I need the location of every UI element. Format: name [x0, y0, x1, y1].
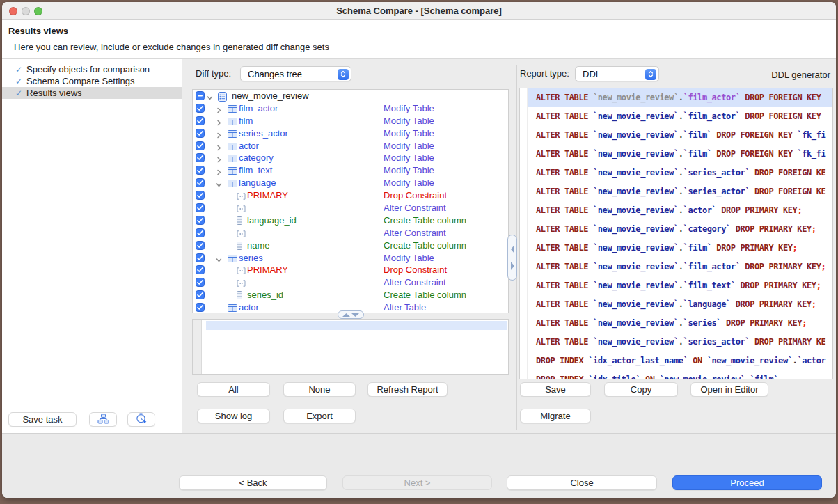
chevron-right-icon[interactable]	[216, 105, 222, 116]
checkbox-checked[interactable]	[196, 116, 205, 125]
checkbox-checked[interactable]	[196, 278, 205, 287]
tree-row-name[interactable]: nameCreate Table column	[193, 239, 508, 252]
sidebar-step-schema-compare-settings[interactable]: ✓Schema Compare Settings	[2, 75, 182, 87]
sidebar-step-specify-objects-for-comparison[interactable]: ✓Specify objects for comparison	[2, 63, 182, 75]
tree-row-constraint[interactable]: Alter Constraint	[193, 276, 508, 289]
ddl-line: ALTER TABLE `new_movie_review`.`actor` D…	[520, 201, 832, 220]
checkbox-checked[interactable]	[196, 191, 205, 200]
tree-row-series-id[interactable]: series_idCreate Table column	[193, 289, 508, 301]
ddl-script-viewer[interactable]: ALTER TABLE `new_movie_review`.`film_act…	[519, 88, 833, 379]
checkbox-checked[interactable]	[196, 241, 205, 250]
report-type-select[interactable]: DDL	[575, 66, 659, 81]
tree-row-series[interactable]: seriesModify Table	[193, 252, 508, 265]
save-task-button[interactable]: Save task	[8, 412, 77, 427]
horizontal-splitter-handle[interactable]	[338, 310, 364, 319]
tree-node-action: Create Table column	[384, 239, 466, 252]
page-title: Results views	[8, 26, 68, 36]
none-button[interactable]: None	[283, 382, 356, 397]
tree-row-constraint[interactable]: Alter Constraint	[193, 202, 508, 214]
tree-node-label: actor	[239, 301, 259, 313]
proceed-button[interactable]: Proceed	[672, 475, 822, 490]
save-button[interactable]: Save	[520, 382, 591, 397]
tree-row-new-movie-review[interactable]: new_movie_review	[193, 90, 508, 102]
chevron-right-icon[interactable]	[216, 118, 222, 128]
chevron-right-icon[interactable]	[216, 130, 222, 141]
tree-row-film-actor[interactable]: film_actorModify Table	[193, 102, 508, 115]
checkbox-checked[interactable]	[196, 178, 205, 187]
checkbox-checked[interactable]	[196, 290, 205, 299]
wizard-footer: < BackNext >CloseProceed	[2, 433, 836, 498]
chevron-right-icon[interactable]	[216, 143, 222, 153]
all-button[interactable]: All	[197, 382, 270, 397]
export-button[interactable]: Export	[283, 409, 356, 423]
stepper-arrows-icon	[338, 69, 349, 80]
ddl-line: ALTER TABLE `new_movie_review`.`series_a…	[520, 182, 832, 201]
tree-node-action: Create Table column	[384, 289, 466, 301]
tree-node-label: series_actor	[239, 127, 288, 140]
tree-row-category[interactable]: categoryModify Table	[193, 152, 508, 164]
checkbox-checked[interactable]	[196, 265, 205, 274]
tree-node-action: Modify Table	[384, 115, 434, 127]
checkbox-checked[interactable]	[196, 166, 205, 175]
checkbox-checked[interactable]	[196, 303, 205, 312]
report-type-label: Report type:	[520, 68, 569, 79]
column-icon	[237, 216, 242, 227]
diff-changes-tree[interactable]: new_movie_reviewfilm_actorModify Tablefi…	[192, 89, 509, 313]
tree-row-primary[interactable]: PRIMARYDrop Constraint	[193, 189, 508, 202]
tree-row-constraint[interactable]: Alter Constraint	[193, 227, 508, 239]
schedule-task-button[interactable]	[127, 412, 155, 427]
show-log-button[interactable]: Show log	[197, 409, 270, 423]
table-icon	[228, 304, 237, 313]
vertical-splitter-handle[interactable]	[507, 235, 517, 281]
copy-button[interactable]: Copy	[604, 382, 678, 397]
refresh-report-button[interactable]: Refresh Report	[367, 382, 448, 397]
checkbox-checked[interactable]	[196, 141, 205, 150]
migrate-button[interactable]: Migrate	[520, 409, 591, 423]
open-in-editor-button[interactable]: Open in Editor	[690, 382, 768, 397]
tree-node-action: Modify Table	[384, 127, 434, 140]
task-structure-button[interactable]	[89, 412, 117, 427]
constraint-icon	[237, 204, 246, 214]
checkbox-checked[interactable]	[196, 228, 205, 237]
tree-row-actor[interactable]: actorModify Table	[193, 140, 508, 152]
diff-type-select[interactable]: Changes tree	[240, 66, 351, 81]
chevron-down-icon[interactable]	[216, 180, 222, 190]
wizard-header: Results views Here you can review, inclu…	[2, 20, 836, 59]
sidebar-step-label: Schema Compare Settings	[26, 76, 134, 86]
checkbox-checked[interactable]	[196, 153, 205, 162]
checkbox-mixed[interactable]	[196, 91, 205, 100]
wizard-steps-sidebar: ✓Specify objects for comparison✓Schema C…	[2, 59, 182, 433]
chevron-right-icon[interactable]	[216, 167, 222, 178]
tree-node-label: new_movie_review	[232, 90, 309, 102]
ddl-line: ALTER TABLE `new_movie_review`.`category…	[520, 220, 832, 239]
chevron-right-icon[interactable]	[216, 155, 222, 165]
checkbox-checked[interactable]	[196, 129, 205, 138]
table-icon	[228, 154, 237, 164]
ddl-gutter-line	[527, 88, 528, 379]
close-button[interactable]: Close	[507, 475, 657, 490]
title-bar: Schema Compare - [Schema compare]	[2, 2, 836, 20]
tree-node-action: Drop Constraint	[384, 264, 447, 276]
ddl-line: ALTER TABLE `new_movie_review`.`series_a…	[520, 164, 832, 182]
ddl-line: ALTER TABLE `new_movie_review`.`film_tex…	[520, 276, 832, 295]
checkbox-checked[interactable]	[196, 253, 205, 262]
tree-node-label: series_id	[247, 289, 283, 301]
tree-node-action: Create Table column	[384, 214, 466, 227]
checkbox-checked[interactable]	[196, 216, 205, 225]
ddl-line: ALTER TABLE `new_movie_review`.`series` …	[520, 314, 832, 333]
sitemap-icon	[97, 414, 109, 426]
change-detail-editor[interactable]	[192, 319, 509, 375]
tree-row-series-actor[interactable]: series_actorModify Table	[193, 127, 508, 140]
back-button[interactable]: < Back	[179, 475, 327, 490]
sidebar-step-results-views[interactable]: ✓Results views	[2, 87, 182, 99]
checkbox-checked[interactable]	[196, 104, 205, 113]
tree-row-film[interactable]: filmModify Table	[193, 115, 508, 127]
chevron-down-icon[interactable]	[207, 93, 213, 103]
sidebar-step-label: Specify objects for comparison	[26, 64, 150, 74]
tree-row-primary[interactable]: PRIMARYDrop Constraint	[193, 264, 508, 276]
chevron-down-icon[interactable]	[216, 255, 222, 265]
checkbox-checked[interactable]	[196, 203, 205, 212]
tree-row-language-id[interactable]: language_idCreate Table column	[193, 214, 508, 227]
tree-row-language[interactable]: languageModify Table	[193, 177, 508, 189]
tree-row-film-text[interactable]: film_textModify Table	[193, 164, 508, 177]
